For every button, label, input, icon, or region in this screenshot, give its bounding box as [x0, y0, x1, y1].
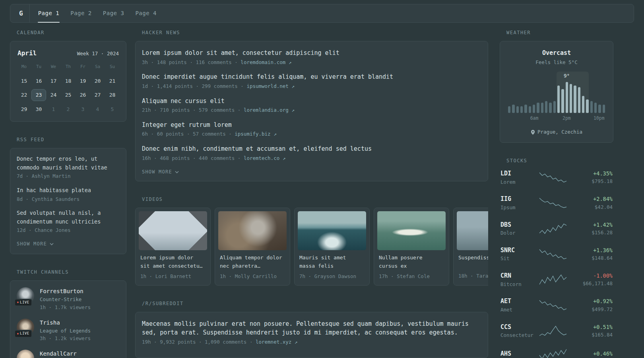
section-title-twitch: Twitch Channels	[17, 268, 126, 276]
video-thumbnail	[218, 211, 287, 250]
hn-story-title[interactable]: Integer eget rutrum lorem	[142, 121, 481, 130]
calendar-day: 5	[105, 103, 120, 115]
hn-story-domain[interactable]: loremtech.co ↗	[244, 155, 285, 161]
rss-item[interactable]: Sed volutpat nulla nisl, a condimentum n…	[17, 209, 120, 234]
chevron-down-icon	[175, 171, 179, 173]
hn-story-domain[interactable]: loremlandia.org ↗	[244, 107, 295, 113]
twitch-channel[interactable]: LIVETrishaLeague of Legends3h · 1.2k vie…	[17, 319, 120, 343]
stock-price: $156.28	[567, 229, 613, 237]
calendar-grid: MoTuWeThFrSaSu15161718192021222324252627…	[17, 64, 120, 115]
app-logo[interactable]: G	[19, 4, 29, 22]
stock-row[interactable]: AETAmet+0.92%$499.72	[500, 297, 613, 313]
tab-page-2[interactable]: Page 2	[70, 4, 92, 22]
channel-name[interactable]: KendallCarr	[40, 350, 77, 358]
calendar-day: 4	[90, 103, 105, 115]
calendar-day: 18	[61, 75, 76, 87]
channel-name[interactable]: Trisha	[40, 319, 91, 327]
video-card[interactable]: Mauris sit amet massa felis7h · Grayson …	[294, 208, 370, 285]
reddit-story-domain[interactable]: loremnet.xyz ↗	[256, 339, 297, 345]
stock-sparkline	[539, 171, 567, 183]
weather-axis: 6am2pm10pm	[508, 115, 605, 121]
calendar-day-header: We	[46, 64, 61, 73]
hn-story-domain[interactable]: ipsumify.biz ↗	[235, 131, 276, 137]
hn-story-title[interactable]: Aliquam nec cursus elit	[142, 97, 481, 106]
hn-story-domain[interactable]: loremdomain.com ↗	[241, 59, 291, 65]
weather-bar	[574, 86, 576, 113]
stock-row[interactable]: SNRCSit+1.36%$148.64	[500, 246, 613, 263]
weather-bar	[582, 96, 584, 113]
weather-peak-temp: 9°	[564, 72, 570, 80]
avatar-image	[17, 350, 34, 358]
stock-row[interactable]: DBSDolor+1.42%$156.28	[500, 220, 613, 237]
stock-name: Sit	[500, 255, 539, 263]
video-card[interactable]: Nullam posuere cursus ex17h · Stefan Col…	[374, 208, 449, 285]
calendar-widget: Calendar April Week 17 · 2024 MoTuWeThFr…	[10, 29, 126, 122]
subreddit-widget: /r/subreddit Maecenas mollis pulvinar er…	[135, 300, 488, 358]
video-meta: 17h · Stefan Cole	[379, 273, 444, 280]
tab-page-3[interactable]: Page 3	[103, 4, 125, 22]
weather-location: Prague, Czechia	[537, 128, 582, 136]
calendar-day: 15	[17, 75, 31, 87]
location-pin-icon	[531, 130, 535, 135]
weather-axis-label: 2pm	[563, 115, 571, 122]
rss-item[interactable]: In hac habitasse platea8d · Cynthia Saun…	[17, 186, 120, 203]
stock-name: Dolor	[500, 230, 539, 237]
weather-bar	[594, 103, 597, 113]
stock-row[interactable]: CCSConsectetur+0.51%$165.84	[500, 323, 613, 339]
rss-item-title: Donec tempor eros leo, ut commodo mauris…	[17, 155, 120, 172]
hackernews-show-more-button[interactable]: SHOW MORE	[142, 168, 179, 175]
rss-item-title: Sed volutpat nulla nisl, a condimentum n…	[17, 209, 120, 226]
video-row[interactable]: Lorem ipsum dolor sit amet consectetu…1h…	[135, 208, 488, 285]
twitch-channel[interactable]: KendallCarr	[17, 350, 120, 358]
hn-story-domain[interactable]: ipsumworld.net ↗	[246, 83, 294, 89]
twitch-widget: Twitch Channels LIVEForrestBurtonCounter…	[10, 268, 126, 358]
hn-story-title[interactable]: Lorem ipsum dolor sit amet, consectetur …	[142, 49, 481, 58]
video-card[interactable]: Aliquam tempor dolor nec pharetra…1h · M…	[215, 208, 290, 285]
stock-change: +2.84%	[567, 195, 613, 203]
channel-meta: 3h · 1.2k viewers	[40, 335, 91, 342]
hn-story-title[interactable]: Donec imperdiet augue tincidunt felis al…	[142, 72, 481, 82]
calendar-day-header: Tu	[31, 64, 46, 73]
weather-bar	[578, 87, 580, 113]
rss-item[interactable]: Donec tempor eros leo, ut commodo mauris…	[17, 155, 120, 180]
video-card[interactable]: Suspendisse diam18h · Tara	[453, 208, 488, 285]
weather-bar	[545, 101, 547, 113]
right-column: Weather Overcast Feels like 5°C 9° 6am2p…	[500, 29, 613, 358]
tab-page-1[interactable]: Page 1	[38, 4, 60, 22]
stock-change: +0.51%	[567, 323, 613, 331]
dashboard-grid: Calendar April Week 17 · 2024 MoTuWeThFr…	[0, 29, 644, 358]
weather-bar	[516, 106, 519, 113]
calendar-day: 1	[46, 103, 61, 115]
stock-values: -1.00%$66,171.48	[567, 272, 613, 288]
weather-bar	[603, 105, 605, 113]
stock-sparkline	[539, 325, 567, 337]
calendar-card: April Week 17 · 2024 MoTuWeThFrSaSu15161…	[10, 41, 126, 122]
stock-row[interactable]: LDILorem+4.35%$795.18	[500, 169, 613, 186]
stock-id: CRNBitcorn	[500, 271, 539, 288]
weather-bar	[512, 105, 514, 113]
section-title-rss: RSS Feed	[17, 136, 126, 143]
tab-page-4[interactable]: Page 4	[135, 4, 157, 22]
reddit-story-title[interactable]: Maecenas mollis pulvinar erat non posuer…	[142, 319, 481, 337]
stock-symbol: LDI	[500, 169, 539, 178]
stock-id: AETAmet	[500, 297, 539, 313]
hn-story-title[interactable]: Donec enim nibh, condimentum et accumsan…	[142, 144, 481, 154]
stock-row[interactable]: AHS+0.46%	[500, 348, 613, 358]
stock-sparkline	[539, 348, 567, 358]
calendar-day: 27	[90, 89, 105, 101]
weather-feels-like: Feels like 5°C	[508, 59, 605, 66]
stock-row[interactable]: CRNBitcorn-1.00%$66,171.48	[500, 271, 613, 288]
rss-show-more-button[interactable]: SHOW MORE	[17, 240, 54, 247]
weather-bar	[590, 101, 593, 113]
stock-change: +1.42%	[567, 221, 613, 229]
twitch-channel[interactable]: LIVEForrestBurtonCounter-Strike1h · 1.7k…	[17, 287, 120, 311]
video-card[interactable]: Lorem ipsum dolor sit amet consectetu…1h…	[135, 208, 211, 285]
stock-row[interactable]: IIGIpsum+2.84%$42.04	[500, 195, 613, 211]
stock-price: $148.64	[567, 255, 613, 262]
stock-symbol: CCS	[500, 323, 539, 332]
channel-name[interactable]: ForrestBurton	[40, 287, 91, 296]
stock-name: Consectetur	[500, 332, 539, 339]
weather-bar	[533, 105, 535, 113]
reddit-story-stats: 19h · 9,932 points · 1,090 comments ·	[142, 339, 256, 345]
calendar-day: 3	[76, 103, 90, 115]
